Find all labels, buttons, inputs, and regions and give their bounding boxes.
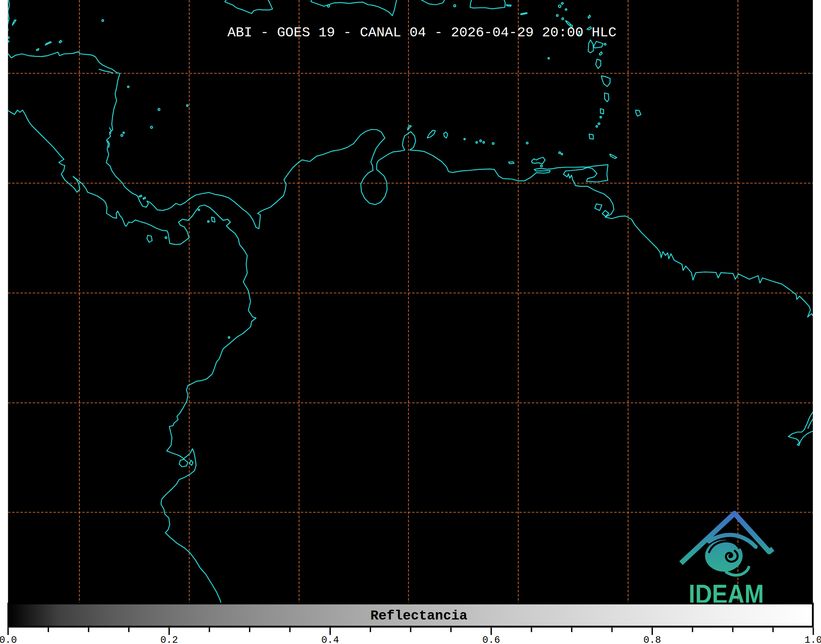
- svg-text:Reflectancia: Reflectancia: [370, 608, 467, 624]
- svg-text:0.6: 0.6: [483, 635, 500, 644]
- svg-text:0.2: 0.2: [160, 635, 178, 644]
- svg-text:1.0: 1.0: [804, 635, 821, 644]
- svg-text:0.4: 0.4: [321, 635, 339, 644]
- svg-text:0.8: 0.8: [643, 635, 661, 644]
- svg-text:0.0: 0.0: [0, 635, 17, 644]
- svg-text:ABI - GOES 19 - CANAL 04 - 202: ABI - GOES 19 - CANAL 04 - 2026-04-29 20…: [227, 25, 616, 40]
